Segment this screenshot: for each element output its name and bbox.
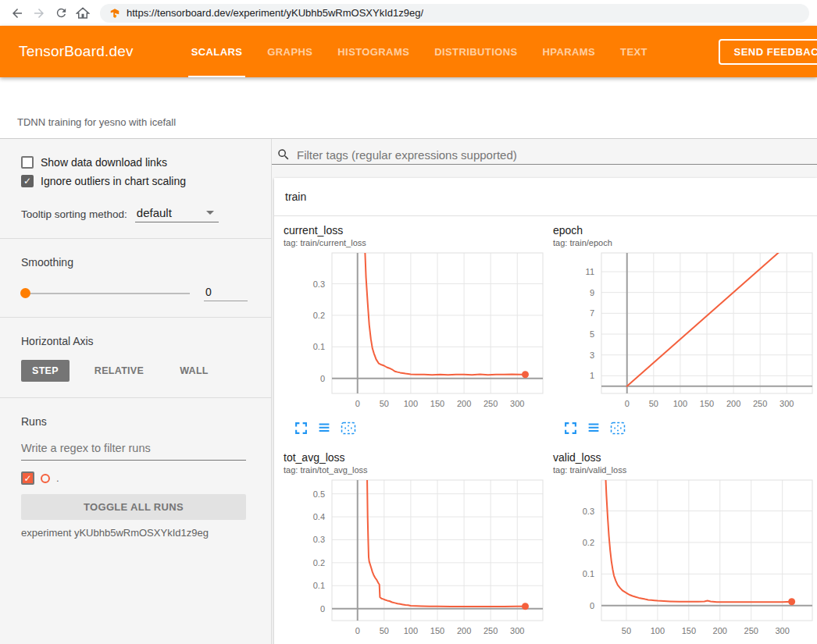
svg-text:5: 5 bbox=[590, 329, 594, 339]
fit-domain-icon[interactable] bbox=[341, 422, 356, 436]
run-checkbox[interactable] bbox=[21, 471, 34, 485]
svg-text:11: 11 bbox=[586, 267, 594, 276]
chart-canvas[interactable]: 00.10.20.3050100150200250300 bbox=[284, 251, 546, 417]
runs-regex-input[interactable] bbox=[21, 439, 246, 461]
svg-text:150: 150 bbox=[430, 399, 444, 408]
svg-text:0.2: 0.2 bbox=[313, 311, 325, 320]
tab-histograms[interactable]: HISTOGRAMS bbox=[325, 26, 422, 77]
svg-text:0.1: 0.1 bbox=[313, 342, 325, 351]
svg-text:200: 200 bbox=[726, 399, 740, 408]
slider-thumb[interactable] bbox=[20, 288, 30, 298]
horizontal-axis-section: Horizontal Axis STEP RELATIVE WALL bbox=[0, 318, 271, 398]
tab-distributions[interactable]: DISTRIBUTIONS bbox=[422, 26, 530, 77]
svg-text:0.1: 0.1 bbox=[313, 581, 325, 590]
svg-text:0.3: 0.3 bbox=[313, 279, 325, 289]
tab-hparams[interactable]: HPARAMS bbox=[530, 26, 608, 77]
chart-title: current_loss bbox=[284, 224, 547, 237]
tab-graphs[interactable]: GRAPHS bbox=[255, 26, 325, 77]
toggle-y-axis-icon[interactable] bbox=[317, 422, 331, 436]
search-icon bbox=[276, 148, 291, 162]
svg-text:300: 300 bbox=[510, 626, 524, 635]
experiment-title: TDNN training for yesno with icefall bbox=[17, 116, 176, 128]
checkbox-unchecked-icon[interactable] bbox=[21, 156, 34, 169]
toggle-all-runs-button[interactable]: TOGGLE ALL RUNS bbox=[21, 494, 246, 520]
smoothing-slider[interactable] bbox=[21, 293, 190, 294]
svg-text:0.3: 0.3 bbox=[313, 535, 325, 544]
chart-actions bbox=[553, 422, 816, 436]
general-settings-section: Show data download links Ignore outliers… bbox=[0, 139, 271, 239]
step-axis-button[interactable]: STEP bbox=[21, 360, 70, 382]
charts-grid: current_losstag: train/current_loss00.10… bbox=[274, 216, 817, 644]
svg-text:150: 150 bbox=[430, 626, 444, 635]
wall-axis-button[interactable]: WALL bbox=[169, 360, 219, 382]
svg-text:50: 50 bbox=[380, 626, 389, 635]
svg-text:50: 50 bbox=[380, 399, 389, 408]
expand-chart-icon[interactable] bbox=[564, 422, 577, 436]
chart-title: epoch bbox=[553, 224, 816, 237]
main-panel: train current_losstag: train/current_los… bbox=[272, 139, 817, 644]
relative-axis-button[interactable]: RELATIVE bbox=[84, 360, 155, 382]
tab-text[interactable]: TEXT bbox=[608, 26, 660, 77]
smoothing-section: Smoothing 0 bbox=[0, 239, 271, 318]
chart-title: valid_loss bbox=[553, 451, 816, 464]
runs-section: Runs . TOGGLE ALL RUNS experiment yKUbhb… bbox=[0, 398, 271, 554]
tooltip-sorting-dropdown[interactable]: default bbox=[135, 205, 219, 222]
chart-tag: tag: train/epoch bbox=[553, 237, 816, 248]
chart-canvas[interactable]: 1357911050100150200250300 bbox=[553, 251, 815, 417]
tab-scalars[interactable]: SCALARS bbox=[179, 26, 255, 77]
svg-text:100: 100 bbox=[673, 399, 687, 408]
url-text: https://tensorboard.dev/experiment/yKUbh… bbox=[127, 7, 423, 19]
svg-text:1: 1 bbox=[590, 371, 594, 380]
url-bar[interactable]: https://tensorboard.dev/experiment/yKUbh… bbox=[100, 4, 809, 23]
settings-sidebar: Show data download links Ignore outliers… bbox=[0, 139, 272, 644]
fit-domain-icon[interactable] bbox=[610, 422, 626, 436]
svg-text:0.4: 0.4 bbox=[313, 512, 325, 521]
svg-text:150: 150 bbox=[700, 399, 714, 408]
svg-text:0: 0 bbox=[625, 399, 630, 408]
smoothing-value[interactable]: 0 bbox=[204, 286, 248, 301]
show-download-links-checkbox[interactable]: Show data download links bbox=[21, 156, 248, 169]
toggle-y-axis-icon[interactable] bbox=[587, 422, 601, 436]
svg-text:9: 9 bbox=[590, 288, 594, 297]
train-section-title: train bbox=[285, 190, 306, 203]
svg-text:0: 0 bbox=[355, 626, 360, 635]
svg-text:50: 50 bbox=[649, 399, 658, 408]
svg-text:7: 7 bbox=[590, 308, 594, 318]
expand-chart-icon[interactable] bbox=[294, 422, 308, 436]
run-row[interactable]: . bbox=[21, 471, 248, 485]
experiment-id-note: experiment yKUbhb5wRmOSXYkId1z9eg bbox=[21, 527, 248, 539]
checkbox-checked-icon[interactable] bbox=[21, 175, 34, 187]
chart-canvas[interactable]: 00.10.20.350100150200250300 bbox=[553, 479, 815, 644]
back-icon[interactable] bbox=[8, 4, 27, 23]
svg-text:150: 150 bbox=[682, 626, 696, 635]
send-feedback-button[interactable]: SEND FEEDBACK bbox=[719, 39, 817, 65]
svg-text:200: 200 bbox=[713, 626, 727, 635]
chart-block-tot_avg_loss: tot_avg_losstag: train/tot_avg_loss00.10… bbox=[284, 451, 547, 644]
svg-text:0.2: 0.2 bbox=[313, 558, 325, 568]
chart-canvas[interactable]: 00.10.20.30.40.5050100150200250300 bbox=[284, 479, 546, 644]
svg-text:250: 250 bbox=[744, 626, 758, 635]
filter-tags-row bbox=[272, 139, 817, 165]
svg-text:100: 100 bbox=[651, 626, 665, 635]
svg-text:3: 3 bbox=[590, 350, 594, 360]
chart-block-valid_loss: valid_losstag: train/valid_loss00.10.20.… bbox=[553, 451, 816, 644]
train-section-header[interactable]: train bbox=[274, 178, 817, 216]
home-icon[interactable] bbox=[73, 4, 92, 23]
chart-tag: tag: train/current_loss bbox=[284, 237, 547, 248]
filter-tags-input[interactable] bbox=[297, 148, 812, 162]
runs-label: Runs bbox=[21, 415, 248, 428]
svg-text:0.5: 0.5 bbox=[313, 489, 325, 499]
forward-icon[interactable] bbox=[30, 4, 48, 23]
svg-text:0: 0 bbox=[590, 601, 594, 610]
svg-text:0: 0 bbox=[320, 374, 325, 383]
svg-text:0.2: 0.2 bbox=[583, 538, 594, 547]
chart-block-epoch: epochtag: train/epoch1357911050100150200… bbox=[553, 224, 816, 436]
reload-icon[interactable] bbox=[52, 4, 70, 23]
svg-text:100: 100 bbox=[404, 626, 418, 635]
app-header: TensorBoard.dev SCALARS GRAPHS HISTOGRAM… bbox=[0, 26, 817, 77]
svg-text:250: 250 bbox=[753, 399, 767, 408]
svg-text:0: 0 bbox=[355, 399, 360, 408]
run-name: . bbox=[56, 472, 59, 484]
browser-toolbar: https://tensorboard.dev/experiment/yKUbh… bbox=[0, 0, 817, 26]
ignore-outliers-checkbox[interactable]: Ignore outliers in chart scaling bbox=[21, 175, 248, 187]
